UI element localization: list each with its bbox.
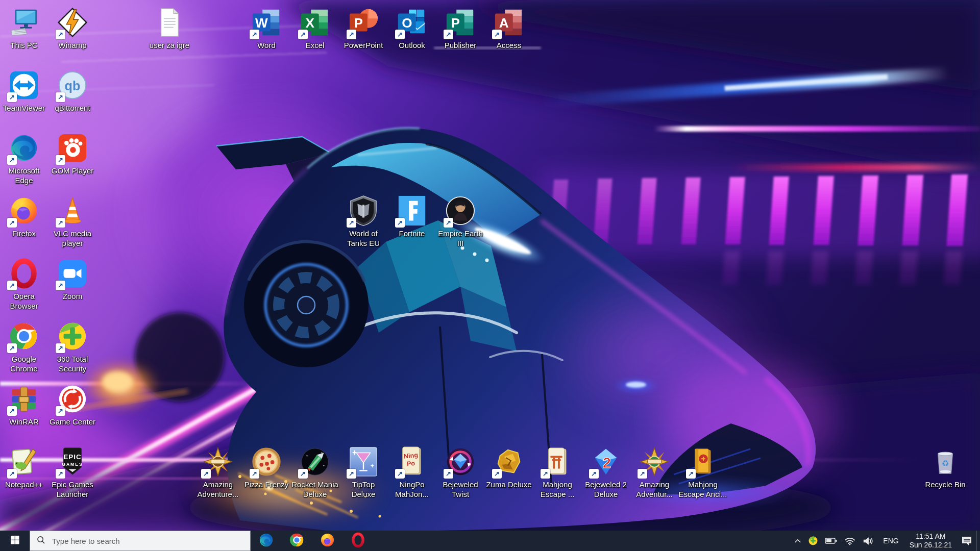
desktop-icon-publisher[interactable]: P↗Publisher	[437, 7, 483, 50]
desktop-icon-label: Zuma Deluxe	[482, 480, 535, 489]
shortcut-arrow-icon: ↗	[347, 218, 356, 228]
desktop-icon-label: Zoom	[46, 291, 99, 301]
desktop-icon-zuma[interactable]: ↗Zuma Deluxe	[486, 446, 532, 489]
desktop-icon-label: user za igre	[143, 40, 196, 50]
desktop-icon-teamviewer[interactable]: ↗TeamViewer	[1, 69, 47, 113]
microsoft-edge-icon: ↗	[8, 132, 40, 164]
windows-desktop: This PC↗Winampuser za igreW↗WordX↗ExcelP…	[0, 0, 980, 551]
desktop-icon-seal[interactable]: ↗Mahjong Escape Anci...	[680, 446, 726, 499]
desktop-icon-winamp[interactable]: ↗Winamp	[50, 7, 95, 50]
taskbar-clock[interactable]: 11:51 AM Sun 26.12.21	[904, 531, 957, 551]
desktop-icon-vlc[interactable]: ↗VLC media player	[50, 195, 95, 248]
desktop-icon-label: Mahjong Escape ...	[531, 480, 584, 499]
empire-earth-icon: ↗	[445, 195, 476, 227]
shortcut-arrow-icon: ↗	[201, 469, 211, 479]
desktop-icon-label: Firefox	[0, 229, 51, 238]
taskbar-app-firefox[interactable]	[312, 531, 342, 551]
taskbar-app-edge[interactable]	[251, 531, 281, 551]
desktop-icon-label: Notepad++	[0, 480, 51, 489]
wifi-icon[interactable]	[841, 531, 859, 551]
desktop-icon-wot[interactable]: ↗World of Tanks EU	[340, 195, 386, 248]
desktop-icon-winrar[interactable]: ↗WinRAR	[1, 383, 47, 427]
world-of-tanks-icon: ↗	[348, 195, 379, 227]
shortcut-arrow-icon: ↗	[444, 469, 453, 479]
show-desktop-button[interactable]	[976, 531, 980, 551]
desktop-icon-sec360[interactable]: ↗360 Total Security	[50, 320, 95, 373]
desktop-icon-opera[interactable]: ↗Opera Browser	[1, 258, 47, 311]
taskbar-app-chrome[interactable]	[281, 531, 312, 551]
shortcut-arrow-icon: ↗	[7, 92, 17, 102]
desktop-icon-star1[interactable]: ↗Amazing Adventure...	[195, 446, 241, 499]
desktop-icon-label: Epic Games Launcher	[46, 480, 99, 499]
search-input[interactable]	[51, 536, 243, 546]
desktop-icon-label: PowerPoint	[337, 40, 390, 50]
amazing-adventures-icon: ↗	[202, 446, 234, 478]
firefox-icon	[320, 532, 335, 550]
tray-360-security-icon[interactable]	[805, 531, 821, 551]
desktop-icon-rocket[interactable]: ↗Rocket Mania Deluxe	[292, 446, 338, 499]
desktop-icon-star2[interactable]: ↗Amazing Adventur...	[631, 446, 677, 499]
shortcut-arrow-icon: ↗	[347, 30, 356, 39]
desktop-icon-npp[interactable]: ↗Notepad++	[1, 446, 47, 489]
teamviewer-icon: ↗	[8, 69, 40, 101]
shortcut-arrow-icon: ↗	[395, 469, 405, 479]
desktop-icon-label: Rocket Mania Deluxe	[288, 480, 341, 499]
desktop-icon-firefox[interactable]: ↗Firefox	[1, 195, 47, 238]
desktop-icon-label: TipTop Deluxe	[337, 480, 390, 499]
start-button[interactable]	[0, 531, 30, 551]
tray-chevron-up-icon[interactable]	[791, 531, 805, 551]
desktop-icon-label: This PC	[0, 40, 51, 50]
desktop-icon-gom[interactable]: ↗GOM Player	[50, 132, 95, 176]
desktop-icon-word[interactable]: W↗Word	[243, 7, 289, 50]
desktop-icon-ningpo[interactable]: NingPo↗NingPo MahJon...	[389, 446, 435, 499]
shortcut-arrow-icon: ↗	[7, 281, 17, 290]
action-center-icon[interactable]	[957, 531, 976, 551]
desktop-icon-ppt[interactable]: P↗PowerPoint	[340, 7, 386, 50]
desktop-icon-grid: This PC↗Winampuser za igreW↗WordX↗ExcelP…	[0, 0, 980, 531]
desktop-icon-zoom[interactable]: ↗Zoom	[50, 258, 95, 301]
language-indicator[interactable]: ENG	[877, 531, 904, 551]
desktop-icon-tiptop[interactable]: ↗TipTop Deluxe	[340, 446, 386, 499]
svg-text:O: O	[402, 15, 412, 31]
desktop-icon-label: WinRAR	[0, 417, 51, 427]
desktop-icon-bejtwist[interactable]: ↗Bejeweled Twist	[437, 446, 483, 499]
shortcut-arrow-icon: ↗	[7, 218, 17, 228]
desktop-icon-label: Access	[482, 40, 535, 50]
svg-text:P: P	[354, 15, 363, 31]
desktop-icon-qbit[interactable]: qb↗qBittorrent	[50, 69, 95, 113]
desktop-icon-access[interactable]: A↗Access	[486, 7, 532, 50]
desktop-icon-thispc[interactable]: This PC	[1, 7, 47, 50]
desktop-icon-chrome[interactable]: ↗Google Chrome	[1, 320, 47, 373]
game-center-icon: ↗	[57, 383, 88, 415]
shortcut-arrow-icon: ↗	[589, 469, 599, 479]
desktop-icon-outlook[interactable]: O↗Outlook	[389, 7, 435, 50]
volume-icon[interactable]	[859, 531, 877, 551]
desktop-icon-bej2[interactable]: 2↗Bejeweled 2 Deluxe	[583, 446, 629, 499]
desktop-icon-recycle[interactable]: ♻Recycle Bin	[922, 446, 968, 489]
desktop-icon-edge[interactable]: ↗Microsoft Edge	[1, 132, 47, 185]
desktop-icon-gamecenter[interactable]: ↗Game Center	[50, 383, 95, 427]
desktop-icon-fortnite[interactable]: F↗Fortnite	[389, 195, 435, 238]
battery-icon[interactable]	[821, 531, 841, 551]
desktop-icon-ee3[interactable]: ↗Empire Earth III	[437, 195, 483, 248]
shortcut-arrow-icon: ↗	[56, 469, 65, 479]
taskbar-search[interactable]	[30, 531, 251, 551]
shortcut-arrow-icon: ↗	[56, 155, 65, 165]
svg-text:♻: ♻	[942, 459, 949, 468]
desktop-icon-doc[interactable]: user za igre	[146, 7, 192, 50]
taskbar: ENG 11:51 AM Sun 26.12.21	[0, 531, 980, 551]
desktop-icon-torii[interactable]: ↗Mahjong Escape ...	[534, 446, 580, 499]
shortcut-arrow-icon: ↗	[7, 406, 17, 416]
desktop-icon-label: qBittorrent	[46, 103, 99, 113]
vlc-media-player-icon: ↗	[57, 195, 88, 227]
desktop-icon-epic[interactable]: EPICGAMES↗Epic Games Launcher	[50, 446, 95, 499]
desktop-icon-label: Empire Earth III	[434, 229, 487, 248]
desktop-icon-excel[interactable]: X↗Excel	[292, 7, 338, 50]
microsoft-edge-icon	[258, 532, 274, 550]
shortcut-arrow-icon: ↗	[7, 469, 17, 479]
desktop-icon-pizza[interactable]: ↗Pizza Frenzy	[243, 446, 289, 489]
desktop-icon-label: Amazing Adventure...	[191, 480, 244, 499]
mahjong-escape-ancient-icon: ↗	[687, 446, 719, 478]
firefox-icon: ↗	[8, 195, 40, 227]
taskbar-app-opera[interactable]	[342, 531, 373, 551]
